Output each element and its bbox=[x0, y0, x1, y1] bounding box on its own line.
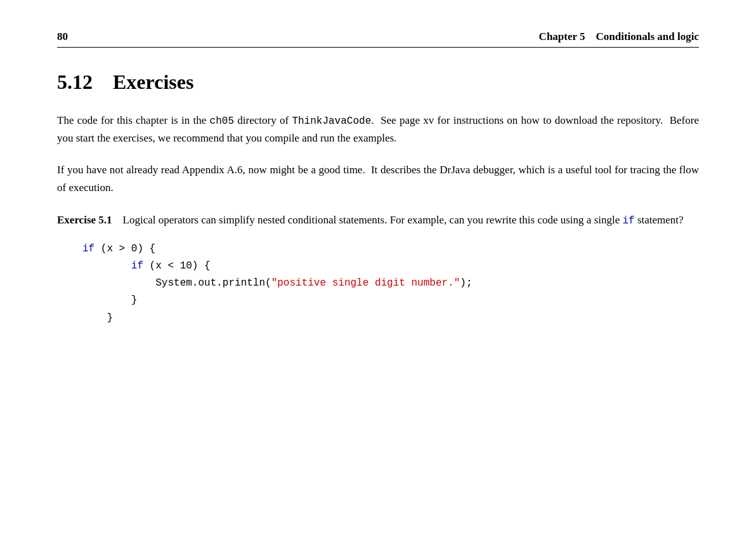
code-line-2: if (x < 10) { bbox=[82, 258, 699, 275]
string-literal: "positive single digit number." bbox=[271, 277, 460, 289]
code-ch05: ch05 bbox=[210, 116, 234, 127]
section-title: Exercises bbox=[113, 70, 193, 93]
if-keyword-1: if bbox=[82, 243, 94, 254]
section-number: 5.12 bbox=[57, 70, 93, 93]
if-keyword-2: if bbox=[131, 260, 143, 272]
page: 80 Chapter 5 Conditionals and logic 5.12… bbox=[0, 0, 756, 542]
if-keyword-inline: if bbox=[623, 215, 635, 227]
section-heading: 5.12 Exercises bbox=[57, 70, 699, 94]
code-line-5: } bbox=[82, 310, 699, 327]
code-line-1: if (x > 0) { bbox=[82, 241, 699, 258]
exercise-label: Exercise 5.1 bbox=[57, 214, 112, 226]
paragraph-2: If you have not already read Appendix A.… bbox=[57, 161, 699, 197]
chapter-title: Chapter 5 Conditionals and logic bbox=[539, 30, 699, 43]
code-line-4: } bbox=[82, 292, 699, 309]
chapter-label: Chapter 5 bbox=[539, 30, 585, 43]
exercise-5-1-paragraph: Exercise 5.1 Logical operators can simpl… bbox=[57, 211, 699, 229]
code-line-3: System.out.println("positive single digi… bbox=[82, 275, 699, 292]
paragraph-1: The code for this chapter is in the ch05… bbox=[57, 112, 699, 147]
page-number: 80 bbox=[57, 30, 68, 43]
chapter-subtitle: Conditionals and logic bbox=[596, 30, 700, 43]
code-thinkjavacode: ThinkJavaCode bbox=[292, 116, 371, 127]
code-block: if (x > 0) { if (x < 10) { System.out.pr… bbox=[82, 241, 699, 327]
page-header: 80 Chapter 5 Conditionals and logic bbox=[57, 30, 699, 48]
